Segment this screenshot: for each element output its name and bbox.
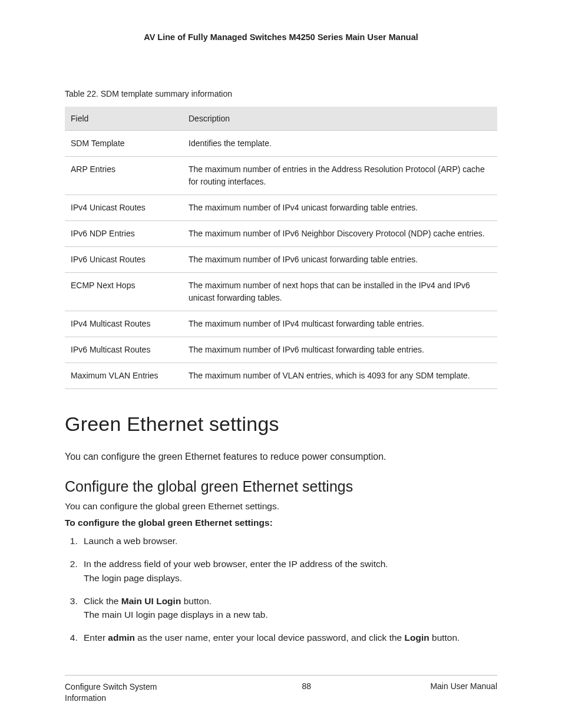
step-text: Click the: [84, 596, 121, 606]
cell-desc: The maximum number of IPv4 unicast forwa…: [183, 195, 497, 221]
table-row: IPv6 Unicast RoutesThe maximum number of…: [65, 247, 497, 273]
table-head-row: Field Description: [65, 107, 497, 131]
cell-desc: The maximum number of next hops that can…: [183, 273, 497, 311]
step-4: Enter admin as the user name, enter your…: [80, 631, 497, 644]
cell-desc: The maximum number of VLAN entries, whic…: [183, 363, 497, 389]
table-caption: Table 22. SDM template summary informati…: [65, 89, 497, 98]
table-row: SDM TemplateIdentifies the template.: [65, 131, 497, 157]
step-1: Launch a web browser.: [80, 534, 497, 548]
subsection-heading: Configure the global green Ethernet sett…: [65, 478, 497, 495]
cell-field: ARP Entries: [65, 157, 183, 195]
step-text: The login page displays.: [84, 573, 182, 583]
cell-desc: The maximum number of IPv6 Neighbor Disc…: [183, 221, 497, 247]
cell-field: ECMP Next Hops: [65, 273, 183, 311]
step-text: as the user name, enter your local devic…: [135, 633, 405, 643]
ui-button-name: Login: [405, 633, 429, 643]
cell-field: SDM Template: [65, 131, 183, 157]
step-text: button.: [429, 633, 460, 643]
step-2: In the address field of your web browser…: [80, 557, 497, 585]
footer-left: Configure Switch System Information: [65, 681, 183, 704]
cell-field: IPv6 Multicast Routes: [65, 337, 183, 363]
step-3: Click the Main UI Login button. The main…: [80, 594, 497, 622]
ui-button-name: Main UI Login: [121, 596, 181, 606]
cell-field: IPv4 Unicast Routes: [65, 195, 183, 221]
footer-right: Main User Manual: [430, 681, 497, 691]
table-row: ARP EntriesThe maximum number of entries…: [65, 157, 497, 195]
cell-field: IPv6 NDP Entries: [65, 221, 183, 247]
cell-desc: Identifies the template.: [183, 131, 497, 157]
section-heading: Green Ethernet settings: [65, 413, 497, 436]
doc-header: AV Line of Fully Managed Switches M4250 …: [65, 32, 497, 42]
section-intro: You can configure the green Ethernet fea…: [65, 450, 497, 464]
table-row: IPv4 Multicast RoutesThe maximum number …: [65, 311, 497, 337]
cell-desc: The maximum number of entries in the Add…: [183, 157, 497, 195]
step-text: Launch a web browser.: [84, 536, 177, 546]
col-field: Field: [65, 107, 183, 131]
instruction-lead: To configure the global green Ethernet s…: [65, 518, 497, 528]
page: AV Line of Fully Managed Switches M4250 …: [0, 0, 562, 728]
col-desc: Description: [183, 107, 497, 131]
sdm-table: Field Description SDM TemplateIdentifies…: [65, 107, 497, 389]
cell-desc: The maximum number of IPv4 multicast for…: [183, 311, 497, 337]
cell-field: IPv4 Multicast Routes: [65, 311, 183, 337]
table-row: ECMP Next HopsThe maximum number of next…: [65, 273, 497, 311]
cell-desc: The maximum number of IPv6 multicast for…: [183, 337, 497, 363]
table-row: IPv6 Multicast RoutesThe maximum number …: [65, 337, 497, 363]
cell-desc: The maximum number of IPv6 unicast forwa…: [183, 247, 497, 273]
step-text: button.: [181, 596, 211, 606]
subsection-intro: You can configure the global green Ether…: [65, 501, 497, 512]
page-number: 88: [183, 681, 430, 691]
cell-field: IPv6 Unicast Routes: [65, 247, 183, 273]
step-text: The main UI login page displays in a new…: [84, 610, 268, 620]
table-row: IPv6 NDP EntriesThe maximum number of IP…: [65, 221, 497, 247]
step-text: Enter: [84, 633, 108, 643]
table-row: IPv4 Unicast RoutesThe maximum number of…: [65, 195, 497, 221]
step-text: In the address field of your web browser…: [84, 559, 388, 569]
cell-field: Maximum VLAN Entries: [65, 363, 183, 389]
steps-list: Launch a web browser. In the address fie…: [65, 534, 497, 645]
footer: Configure Switch System Information 88 M…: [65, 675, 497, 704]
credential-text: admin: [108, 633, 135, 643]
table-row: Maximum VLAN EntriesThe maximum number o…: [65, 363, 497, 389]
